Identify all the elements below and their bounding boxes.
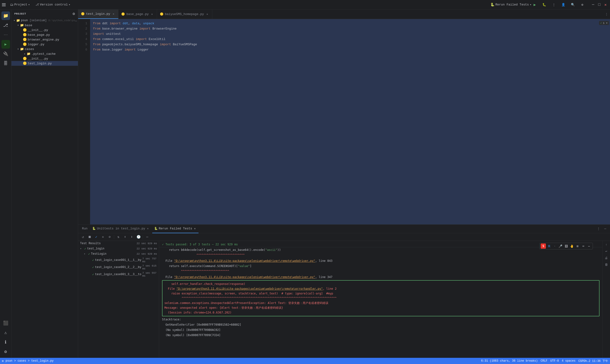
output-line-stack1: GetHandleVerifier [0x00007FF709B91502+60… (159, 322, 602, 327)
float-more-icon[interactable]: ⋯ (586, 244, 592, 249)
scroll-up-icon[interactable]: ↑ (604, 242, 609, 247)
wrap-icon[interactable]: ↩ (604, 248, 609, 254)
run-tab-unittests[interactable]: 🐍 Unittests in test_login.py ✕ (90, 225, 151, 233)
output-area[interactable]: ✓ Tests passed: 3 of 3 tests – 22 sec 92… (159, 241, 602, 358)
output-line-5: return self.execute(Command.SCREENSHOT)[… (159, 263, 602, 269)
show-failed-btn[interactable]: ✕ (100, 234, 106, 240)
output-line-stack3: (No symbol) [0x00007FF7099C7CE4] (159, 333, 602, 338)
minimize-button[interactable]: ─ (590, 2, 596, 7)
more-actions[interactable]: ⋮ (550, 1, 557, 8)
float-hand-icon[interactable]: 🤚 (569, 244, 574, 249)
scroll-indicator[interactable]: ✓ 1 ▾ (599, 21, 609, 25)
activity-more[interactable]: ··· (1, 30, 10, 39)
trash-icon[interactable]: 🗑 (604, 262, 609, 268)
run-button[interactable]: ▶ (531, 1, 538, 8)
rerun-btn[interactable]: ↺ (80, 234, 86, 240)
code-content[interactable]: from ddt import ddt, data, unpack from b… (90, 19, 610, 224)
float-translate-icon[interactable]: ⌨ (581, 244, 586, 249)
status-charset[interactable]: UTF-8 (550, 359, 559, 363)
py-icon-base-page: 🟡 (23, 33, 27, 37)
test-node-case3[interactable]: ▾ ✓ test_login_case001_3__3__to 7 sec 55… (78, 271, 159, 278)
panel-minimize-btn[interactable]: ─ (602, 226, 608, 232)
link-webdriver-843[interactable]: "D:\program\python3.11.4\Lib\site-packag… (174, 259, 315, 262)
py-icon-logger: 🟡 (23, 42, 27, 46)
sidebar-item-base[interactable]: ▾ 📁 base (12, 23, 78, 28)
run-tab-close-unittests[interactable]: ✕ (146, 227, 149, 230)
run-tab-rerun[interactable]: 🐍 Rerun Failed Tests ✕ (152, 225, 198, 233)
tab-close-test-login[interactable]: ✕ (112, 12, 115, 16)
run-panel-body: Test Results 22 sec 929 ms ▾ ✓ test_logi… (78, 241, 610, 358)
sidebar-item-init-cases[interactable]: 🟡 __init__.py (12, 56, 78, 61)
float-dot-icon[interactable]: · (552, 244, 557, 249)
sidebar-item-cases[interactable]: ▾ 📁 cases (12, 47, 78, 52)
tree-label-psun: psun [selenium] D:\python_code\psun (21, 19, 78, 22)
tree-label-init-cases: __init__.py (28, 57, 48, 61)
run-tab-run[interactable]: Run (80, 225, 89, 233)
activity-problems[interactable]: ⚠ (1, 328, 10, 337)
show-ignored-btn[interactable]: ⊘ (107, 234, 113, 240)
hamburger-menu[interactable] (2, 2, 7, 7)
tab-test-login[interactable]: 🟡 test_login.py ✕ (78, 10, 118, 19)
print-icon[interactable]: 🖨 (604, 255, 609, 261)
export-btn[interactable]: ⬆ (122, 234, 128, 240)
user-icon[interactable]: 👤 (560, 1, 567, 8)
activity-settings[interactable]: ⚙ (1, 347, 10, 356)
clock-btn[interactable]: 🕐 (136, 234, 141, 240)
status-spaces[interactable]: 4 spaces (562, 359, 576, 363)
tab-baiyue[interactable]: 🟡 baiyueSMS_homepage.py ✕ (157, 10, 212, 19)
activity-folder[interactable]: 📁 (1, 12, 10, 20)
sort-btn[interactable]: ⇅ (116, 234, 121, 240)
sidebar-options[interactable]: ⚙ (73, 12, 75, 16)
search-icon[interactable]: 🔍 (570, 1, 576, 8)
test-node-case1[interactable]: ▾ ✓ test_login_case001_1__1__by 7 sec 75… (78, 257, 159, 264)
activity-plugins[interactable]: 🔌 (1, 50, 10, 58)
sidebar-item-browser-engine[interactable]: 🟡 browser_engine.py (12, 37, 78, 42)
settings-icon[interactable]: ⚙ (579, 1, 586, 8)
toolbar-sep-1 (114, 235, 114, 239)
activity-database[interactable]: 🗄 (1, 59, 10, 68)
err-line-errorhandler: File "D:\program\python3.11.4\Lib\site-p… (164, 286, 597, 291)
float-img-icon[interactable]: 🖼 (564, 244, 569, 249)
sidebar-item-pytest-cache[interactable]: ▸ 📁 .pytest_cache (12, 52, 78, 56)
activity-bar: 📁 ⎇ ··· ▶ 🔌 🗄 ⬛ ⚠ ℹ ⚙ (0, 10, 12, 358)
sidebar-item-test-login[interactable]: 🟡 test_login.py (12, 61, 78, 66)
tab-more[interactable]: ⋮ (603, 10, 610, 19)
test-node-case2[interactable]: ▾ ✓ test_login_case001_2__2__by 7 sec 61… (78, 264, 159, 271)
panel-more-btn[interactable]: ⋮ (596, 226, 601, 232)
float-mic-icon[interactable]: 🎤 (558, 244, 563, 249)
vcs-selector[interactable]: ⎇ Version control ▾ (34, 2, 72, 7)
status-position[interactable]: 6:31 (1083 chars, 36 line breaks) (481, 359, 538, 363)
activity-info[interactable]: ℹ (1, 338, 10, 346)
import-btn[interactable]: ⬇ (129, 234, 135, 240)
link-errorhandler[interactable]: "D:\program\python3.11.4\Lib\site-packag… (177, 287, 323, 290)
status-crlf[interactable]: CRLF (541, 359, 547, 363)
test-node-test-login[interactable]: ▾ ✓ test_login 22 sec 929 ms (78, 246, 159, 251)
test-node-TestLogin[interactable]: ▾ ✓ TestLogin 22 sec 929 ms (78, 251, 159, 257)
sidebar-item-psun[interactable]: ▾ 📁 psun [selenium] D:\python_code\psun (12, 18, 78, 23)
stop-btn[interactable]: ⏹ (87, 234, 92, 240)
sidebar-item-init-base[interactable]: 🟡 __init__.py (12, 28, 78, 32)
status-path[interactable]: psun > cases > test_login.py (5, 359, 54, 363)
link-webdriver-347[interactable]: "D:\program\python3.11.4\Lib\site-packag… (174, 275, 315, 279)
more-toolbar-btn[interactable]: ⋯ (144, 234, 150, 240)
run-tab-close-rerun[interactable]: ✕ (193, 227, 196, 230)
sidebar-item-base-page[interactable]: 🟡 base_page.py (12, 32, 78, 37)
float-grid-icon[interactable]: ⊞ (575, 244, 580, 249)
activity-git[interactable]: ⎇ (1, 21, 10, 29)
tab-close-base-page[interactable]: ✕ (150, 13, 154, 16)
s-icon[interactable]: S (541, 244, 546, 249)
show-passed-btn[interactable]: ✓ (93, 234, 99, 240)
float-en-icon[interactable]: 英 (546, 244, 552, 249)
project-selector[interactable]: 🗂 Project ▾ (9, 2, 31, 7)
title-bar-left: 🗂 Project ▾ ⎇ Version control ▾ (2, 2, 490, 7)
sidebar-item-logger[interactable]: 🟡 logger.py (12, 42, 78, 47)
maximize-button[interactable]: □ (597, 2, 602, 7)
activity-terminal[interactable]: ⬛ (1, 319, 10, 327)
close-button[interactable]: ✕ (603, 2, 608, 7)
code-editor[interactable]: 1 2 3 4 5 6 from ddt import ddt, data, u… (78, 19, 610, 224)
tab-base-page[interactable]: 🟡 base_page.py ✕ (118, 10, 157, 19)
debug-button[interactable]: 🐛 (541, 1, 547, 8)
activity-run[interactable]: ▶ (1, 40, 10, 49)
tab-close-baiyue[interactable]: ✕ (205, 13, 209, 16)
err-line-caret: ^^^^^^^^^^^^^^^^^^^^^^^^^^^^^^^^^^^^^^^^… (164, 296, 597, 301)
